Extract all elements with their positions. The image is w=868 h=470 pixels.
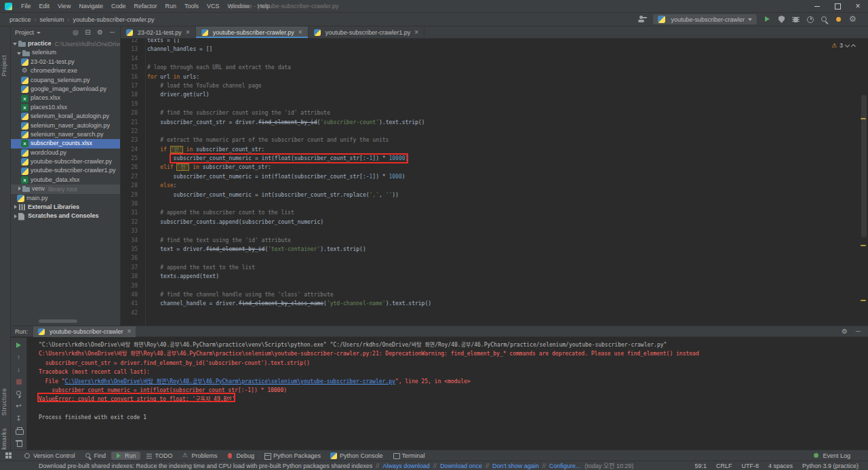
warning-stripe-mark[interactable] — [861, 245, 866, 246]
editor-tab-youtube-subscriber-crawler1-py[interactable]: youtube-subscriber-crawler1.py× — [309, 26, 425, 38]
menu-navigate[interactable]: Navigate — [75, 0, 107, 13]
status-link-download-once[interactable]: Download once — [440, 463, 482, 469]
tree-item-places-xlsx[interactable]: places.xlsx — [11, 94, 120, 102]
softwrap-icon[interactable] — [14, 402, 24, 410]
tool-button-project[interactable]: Project — [1, 55, 7, 77]
vertical-scrollbar[interactable] — [861, 95, 867, 237]
coverage-icon[interactable] — [777, 15, 786, 24]
status-utf-8[interactable]: UTF-8 — [741, 463, 759, 469]
clear-icon[interactable] — [14, 439, 24, 447]
status-link-don-t-show-again[interactable]: Don't show again — [492, 463, 539, 469]
hide-icon[interactable] — [108, 28, 116, 36]
close-icon[interactable]: × — [186, 29, 190, 36]
menu-edit[interactable]: Edit — [35, 0, 54, 13]
console-link[interactable]: C:\Users\rkdhs\OneDrive\바탕 화면\Roy\40.공부\… — [65, 378, 395, 385]
status-python-3-9-practice[interactable]: Python 3.9 (practice) — [802, 463, 859, 469]
chevron-right-icon[interactable] — [13, 212, 18, 221]
search-icon[interactable] — [820, 15, 829, 24]
status-4-spaces[interactable]: 4 spaces — [768, 463, 793, 469]
tree-item-scratches-and-consoles[interactable]: Scratches and Consoles — [11, 212, 120, 220]
status-59-1[interactable]: 59:1 — [694, 463, 707, 469]
tree-item-selenium-korail-autologin-py[interactable]: selenium_korail_autologin.py — [11, 112, 120, 121]
stop-icon[interactable] — [14, 378, 24, 386]
tree-item-coupang-selenium-py[interactable]: coupang_selenium.py — [11, 76, 120, 85]
down-icon[interactable] — [14, 366, 24, 374]
chevron-right-icon[interactable] — [17, 184, 22, 193]
breadcrumb-practice[interactable]: practice — [7, 16, 34, 23]
tree-item-selenium-naver-autologin-py[interactable]: selenium_naver_autologin.py — [11, 121, 120, 130]
tree-item-youtube-subscriber-crawler1-py[interactable]: youtube-subscriber-crawler1.py — [11, 166, 120, 175]
run-tab[interactable]: youtube-subscriber-crawler × — [33, 326, 136, 337]
menu-vcs[interactable]: VCS — [203, 0, 224, 13]
tree-item-23-02-11-test-py[interactable]: 23-02-11-test.py — [11, 58, 120, 66]
settings-icon[interactable] — [96, 28, 104, 36]
toolwindow-button-event-log[interactable]: Event Log — [809, 452, 854, 460]
locate-icon[interactable] — [72, 28, 79, 36]
tree-item-external-libraries[interactable]: External Libraries — [11, 203, 120, 212]
collapse-all-icon[interactable] — [84, 28, 92, 36]
toolwindow-button-terminal[interactable]: Terminal — [389, 452, 429, 460]
menu-code[interactable]: Code — [107, 0, 130, 13]
toolwindow-button-problems[interactable]: Problems — [178, 452, 221, 460]
run-configuration-select[interactable]: youtube-subscriber-crawler — [653, 14, 757, 24]
users-icon[interactable] — [638, 15, 647, 24]
editor-tab-23-02-11-test-py[interactable]: 23-02-11-test.py× — [121, 26, 196, 38]
pin-icon[interactable] — [14, 390, 24, 398]
next-warning-icon[interactable] — [845, 42, 850, 47]
debug-icon[interactable] — [791, 15, 800, 24]
menu-tools[interactable]: Tools — [180, 0, 203, 13]
tree-item-practice[interactable]: practiceC:\Users\rkdhs\OneDrive — [11, 39, 120, 48]
horizontal-scrollbar[interactable] — [39, 319, 77, 323]
tree-item-subscriber-counts-xlsx[interactable]: subscriber_counts.xlsx — [11, 139, 120, 148]
toolwindow-button-debug[interactable]: Debug — [222, 452, 258, 460]
chevron-down-icon[interactable] — [13, 39, 18, 48]
menu-file[interactable]: File — [17, 0, 35, 13]
close-icon[interactable]: × — [298, 29, 302, 36]
editor-tab-youtube-subscriber-crawler-py[interactable]: youtube-subscriber-crawler.py× — [196, 26, 309, 38]
print-icon[interactable] — [14, 427, 24, 435]
menu-run[interactable]: Run — [161, 0, 180, 13]
status-link-always-download[interactable]: Always download — [382, 463, 430, 469]
tree-item-youtube-data-xlsx[interactable]: youtube_data.xlsx — [11, 176, 120, 184]
status-crlf[interactable]: CRLF — [716, 463, 732, 469]
prev-warning-icon[interactable] — [851, 43, 856, 48]
toolwindow-button-python-console[interactable]: Python Console — [326, 452, 387, 460]
up-icon[interactable] — [14, 353, 24, 361]
hide-icon[interactable] — [854, 328, 862, 335]
tree-item-google-image-download-py[interactable]: google_image_download.py — [11, 85, 120, 94]
chevron-down-icon[interactable] — [17, 49, 22, 58]
minimize-button[interactable] — [807, 0, 827, 13]
tree-item-main-py[interactable]: main.py — [11, 194, 120, 203]
menu-view[interactable]: View — [54, 0, 75, 13]
tool-button-structure[interactable]: Structure — [1, 388, 7, 416]
toolwindow-button-todo[interactable]: TODO — [142, 452, 177, 460]
maximize-button[interactable] — [827, 0, 848, 13]
tool-window-switcher-icon[interactable] — [5, 452, 12, 458]
chevron-right-icon[interactable] — [13, 203, 18, 212]
project-panel-title[interactable]: Project — [15, 29, 34, 36]
toolwindow-button-run[interactable]: Run — [111, 452, 140, 460]
tree-item-places10-xlsx[interactable]: places10.xlsx — [11, 103, 120, 112]
tree-item-youtube-subscriber-crawler-py[interactable]: youtube-subscriber-crawler.py — [11, 157, 120, 166]
updates-icon[interactable] — [834, 15, 843, 24]
tree-item-chromedriver-exe[interactable]: chromedriver.exe — [11, 66, 120, 75]
run-icon[interactable] — [763, 15, 772, 24]
toolwindow-button-find[interactable]: Find — [81, 452, 111, 460]
tree-item-wordcloud-py[interactable]: wordcloud.py — [11, 149, 120, 157]
tree-item-selenium-naver-search-py[interactable]: selenium_naver_search.py — [11, 130, 120, 139]
toolwindow-button-python-packages[interactable]: Python Packages — [260, 452, 325, 460]
close-button[interactable] — [848, 0, 868, 13]
breadcrumb-youtube-subscriber-crawler-py[interactable]: youtube-subscriber-crawler.py — [71, 16, 157, 23]
settings-icon[interactable] — [841, 328, 848, 335]
status-link-configure[interactable]: Configure... — [549, 463, 581, 469]
tree-item-selenium[interactable]: selenium — [11, 48, 120, 57]
inspections-widget[interactable]: 3 — [829, 41, 857, 50]
rerun-icon[interactable] — [14, 341, 24, 349]
profiler-icon[interactable] — [806, 15, 814, 24]
scrollend-icon[interactable] — [14, 414, 24, 423]
tree-item-venv[interactable]: venvlibrary root — [11, 184, 120, 193]
close-icon[interactable]: × — [127, 328, 132, 335]
warning-stripe-mark[interactable] — [861, 300, 866, 301]
close-icon[interactable]: × — [414, 29, 418, 36]
breadcrumb-selenium[interactable]: selenium — [37, 16, 67, 23]
